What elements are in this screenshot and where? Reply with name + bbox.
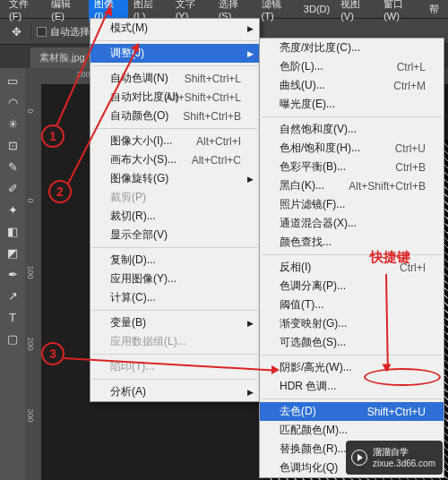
- annotation-shortcut-ellipse: [364, 368, 441, 386]
- menu-item[interactable]: 模式(M)▶: [90, 19, 259, 38]
- annotation-circle-1: 1: [41, 124, 65, 148]
- menu-item[interactable]: 计算(C)...: [90, 288, 259, 307]
- menubar-item[interactable]: 窗口(W): [378, 0, 424, 22]
- menu-item[interactable]: 变量(B)▶: [90, 313, 259, 332]
- type-tool-icon[interactable]: T: [4, 308, 22, 326]
- menu-item[interactable]: 去色(D)Shift+Ctrl+U: [260, 402, 444, 421]
- menu-item[interactable]: 照片滤镜(F)...: [260, 195, 444, 214]
- menubar-item[interactable]: 文件(F): [4, 0, 46, 22]
- watermark-title: 溜溜自学: [373, 446, 435, 458]
- watermark: 溜溜自学 zixue.3d66.com: [346, 441, 443, 475]
- menu-item[interactable]: 匹配颜色(M)...: [260, 421, 444, 440]
- menu-item: 应用数据组(L)...: [90, 332, 259, 351]
- crop-tool-icon[interactable]: ⊡: [4, 136, 22, 154]
- magic-wand-icon[interactable]: ✳: [4, 115, 22, 133]
- menubar-item[interactable]: 滤镜(T): [256, 0, 298, 22]
- menu-item[interactable]: 渐变映射(G)...: [260, 314, 444, 333]
- annotation-shortcut-label: 快捷键: [370, 249, 410, 266]
- menu-item[interactable]: 自动颜色(O)Shift+Ctrl+B: [90, 107, 259, 125]
- eyedropper-icon[interactable]: ✎: [4, 158, 22, 176]
- shape-tool-icon[interactable]: ▢: [4, 330, 22, 347]
- path-tool-icon[interactable]: ↗: [4, 287, 22, 304]
- menu-item[interactable]: 色相/饱和度(H)...Ctrl+U: [260, 139, 444, 158]
- move-tool-icon[interactable]: ✥: [7, 22, 25, 40]
- marquee-tool-icon[interactable]: ▭: [4, 72, 22, 90]
- brush-tool-icon[interactable]: ✐: [4, 179, 22, 197]
- menu-item[interactable]: 显示全部(V): [90, 226, 259, 244]
- menubar-item[interactable]: 编辑(E): [46, 0, 89, 22]
- menu-item[interactable]: 阈值(T)...: [260, 296, 444, 314]
- menu-item[interactable]: 画布大小(S)...Alt+Ctrl+C: [90, 150, 259, 169]
- menubar-item[interactable]: 3D(D): [298, 3, 335, 15]
- menu-item[interactable]: 通道混合器(X)...: [260, 214, 444, 233]
- annotation-arrowhead-3: [271, 365, 280, 374]
- menu-item[interactable]: 色阶(L)...Ctrl+L: [260, 57, 444, 76]
- gradient-tool-icon[interactable]: ◩: [4, 244, 22, 261]
- menu-item[interactable]: 亮度/对比度(C)...: [260, 39, 444, 57]
- ruler-vertical: 00100200300400: [25, 84, 41, 480]
- menu-item[interactable]: 自动色调(N)Shift+Ctrl+L: [90, 69, 259, 88]
- menu-item[interactable]: 曝光度(E)...: [260, 95, 444, 114]
- menu-item[interactable]: 图像大小(I)...Alt+Ctrl+I: [90, 132, 259, 150]
- menu-item[interactable]: 应用图像(Y)...: [90, 270, 259, 288]
- menu-item[interactable]: 曲线(U)...Ctrl+M: [260, 76, 444, 95]
- menu-item[interactable]: 颜色查找...: [260, 233, 444, 252]
- tools-panel: ▭ ◠ ✳ ⊡ ✎ ✐ ✦ ◧ ◩ ✒ ↗ T ▢: [0, 68, 25, 480]
- menu-item[interactable]: 自然饱和度(V)...: [260, 120, 444, 139]
- adjustments-submenu[interactable]: 亮度/对比度(C)...色阶(L)...Ctrl+L曲线(U)...Ctrl+M…: [259, 38, 444, 478]
- menu-item[interactable]: 裁切(R)...: [90, 207, 259, 226]
- play-icon: [351, 450, 367, 466]
- image-menu[interactable]: 模式(M)▶调整(J)▶自动色调(N)Shift+Ctrl+L自动对比度(U)A…: [90, 18, 260, 402]
- watermark-url: zixue.3d66.com: [373, 458, 435, 469]
- menu-item[interactable]: 分析(A)▶: [90, 382, 259, 401]
- menu-item[interactable]: 复制(D)...: [90, 251, 259, 270]
- menu-item[interactable]: 色彩平衡(B)...Ctrl+B: [260, 158, 444, 176]
- menu-item[interactable]: 调整(J)▶: [90, 44, 259, 63]
- lasso-tool-icon[interactable]: ◠: [4, 93, 22, 111]
- menubar: 文件(F)编辑(E)图像(I)图层(L)文字(Y)选择(S)滤镜(T)3D(D)…: [0, 0, 448, 18]
- auto-select-label: 自动选择:: [50, 25, 92, 39]
- pen-tool-icon[interactable]: ✒: [4, 265, 22, 283]
- auto-select-checkbox[interactable]: [37, 27, 47, 37]
- eraser-tool-icon[interactable]: ◧: [4, 222, 22, 240]
- menu-item[interactable]: 可选颜色(S)...: [260, 333, 444, 352]
- annotation-circle-3: 3: [41, 342, 65, 365]
- menu-item: 裁剪(P): [90, 188, 259, 207]
- menubar-item[interactable]: 帮: [424, 2, 444, 17]
- menubar-item[interactable]: 视图(V): [335, 0, 378, 22]
- menu-item[interactable]: 黑白(K)...Alt+Shift+Ctrl+B: [260, 176, 444, 195]
- menu-item[interactable]: 色调分离(P)...: [260, 277, 444, 296]
- clone-tool-icon[interactable]: ✦: [4, 201, 22, 219]
- menu-item[interactable]: 反相(I)Ctrl+I: [260, 258, 444, 277]
- menu-item[interactable]: 图像旋转(G)▶: [90, 169, 259, 188]
